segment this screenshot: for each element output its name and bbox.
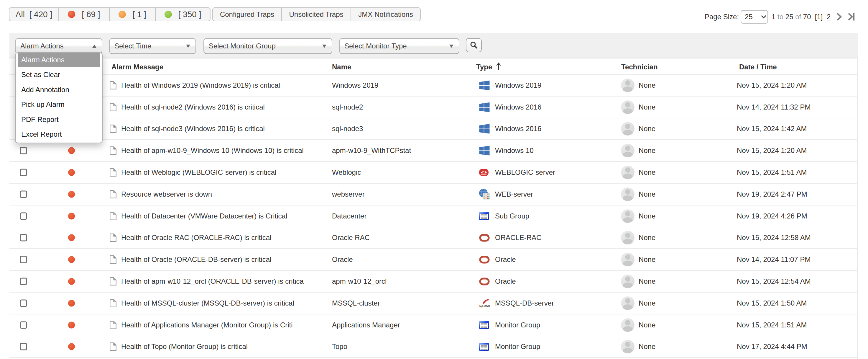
- svg-text:SQLServer: SQLServer: [479, 304, 490, 308]
